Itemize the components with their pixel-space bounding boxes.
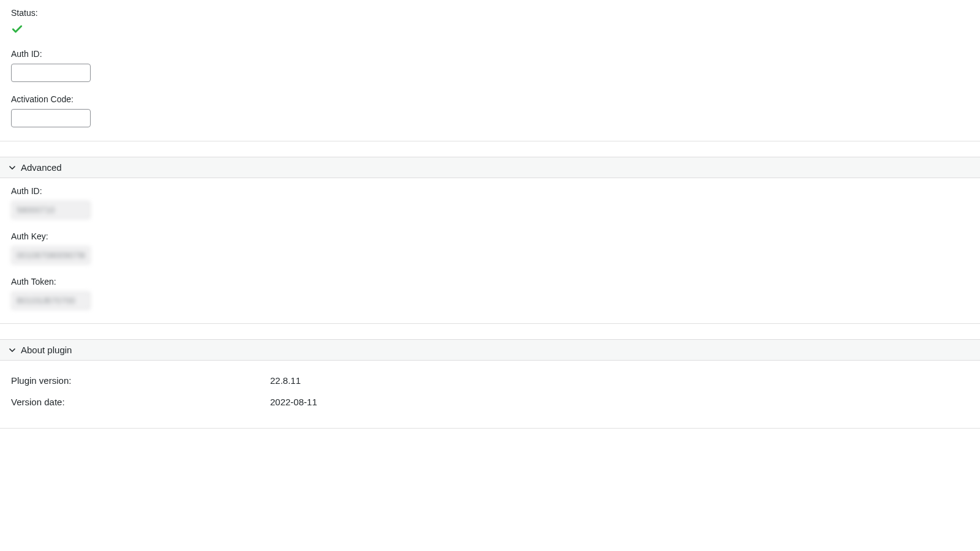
version-date-value: 2022-08-11 <box>270 397 317 407</box>
version-date-label: Version date: <box>11 397 270 407</box>
advanced-section-header[interactable]: Advanced <box>0 157 980 178</box>
top-settings-section: Status: Auth ID: Activation Code: <box>0 0 980 141</box>
advanced-auth-key-row: Auth Key: <box>11 231 969 264</box>
about-section-title: About plugin <box>21 345 72 355</box>
advanced-auth-key-label: Auth Key: <box>11 231 969 241</box>
advanced-auth-key-input <box>11 246 91 264</box>
about-section-content: Plugin version: 22.8.11 Version date: 20… <box>0 361 980 422</box>
activation-code-row: Activation Code: <box>11 94 969 127</box>
plugin-version-value: 22.8.11 <box>270 375 301 386</box>
status-label: Status: <box>11 8 969 18</box>
plugin-version-row: Plugin version: 22.8.11 <box>11 370 969 391</box>
about-section-header[interactable]: About plugin <box>0 339 980 361</box>
advanced-auth-id-row: Auth ID: <box>11 186 969 219</box>
advanced-auth-token-input <box>11 291 91 310</box>
advanced-section-title: Advanced <box>21 162 62 173</box>
auth-id-input[interactable] <box>11 64 91 82</box>
advanced-auth-token-label: Auth Token: <box>11 277 969 287</box>
divider <box>0 141 980 141</box>
advanced-auth-token-row: Auth Token: <box>11 277 969 310</box>
activation-code-input[interactable] <box>11 109 91 127</box>
advanced-auth-id-label: Auth ID: <box>11 186 969 196</box>
status-row: Status: <box>11 8 969 37</box>
advanced-auth-id-input <box>11 201 91 219</box>
divider <box>0 323 980 324</box>
auth-id-row: Auth ID: <box>11 49 969 82</box>
auth-id-label: Auth ID: <box>11 49 969 59</box>
chevron-down-icon <box>7 163 17 173</box>
activation-code-label: Activation Code: <box>11 94 969 104</box>
advanced-section-content: Auth ID: Auth Key: Auth Token: <box>0 178 980 323</box>
version-date-row: Version date: 2022-08-11 <box>11 391 969 413</box>
check-icon <box>11 23 23 35</box>
plugin-version-label: Plugin version: <box>11 375 270 386</box>
chevron-down-icon <box>7 345 17 355</box>
bottom-divider <box>0 428 980 429</box>
